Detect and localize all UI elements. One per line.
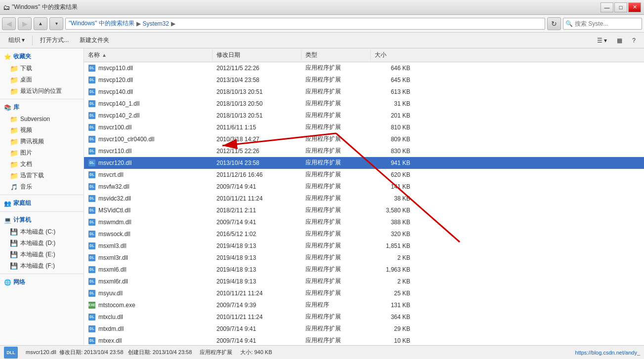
file-name-cell: DL msvidc32.dll [84,193,213,203]
refresh-button[interactable]: ↻ [547,17,561,30]
table-row[interactable]: DL msvcp110.dll 2012/11/5 22:26 应用程序扩展 6… [84,62,644,74]
folder-icon: 📁 [10,172,18,180]
file-modified: 2010/11/21 11:24 [216,195,262,202]
table-row[interactable]: DL msvcrt.dll 2011/12/16 16:46 应用程序扩展 62… [84,169,644,181]
file-type-cell: 应用程序扩展 [301,169,371,180]
table-row[interactable]: DL mtxex.dll 2009/7/14 9:41 应用程序扩展 10 KB [84,335,644,345]
sidebar-item-drive-f[interactable]: 💾 本地磁盘 (F:) [0,260,84,272]
new-folder-button[interactable]: 新建文件夹 [75,34,114,47]
table-row[interactable]: DL mtxclu.dll 2010/11/21 11:24 应用程序扩展 36… [84,311,644,323]
sidebar-item-desktop[interactable]: 📁 桌面 [0,74,84,85]
table-row[interactable]: DL mswmdm.dll 2009/7/14 9:41 应用程序扩展 388 … [84,216,644,228]
table-row[interactable]: DL msvcp120.dll 2013/10/4 23:58 应用程序扩展 6… [84,74,644,86]
help-button[interactable]: ? [628,34,640,47]
minimize-button[interactable]: — [601,2,613,12]
col-type[interactable]: 类型 [301,50,371,60]
breadcrumb-item-system32[interactable]: System32 [143,20,169,27]
sidebar-item-label: 视频 [20,126,32,134]
sidebar-section-library[interactable]: 📚 库 [0,101,84,114]
file-type: 应用程序扩展 [305,324,341,333]
table-row[interactable]: DL msvcp140.dll 2018/10/13 20:51 应用程序扩展 … [84,86,644,98]
file-type: 应用程序扩展 [305,277,341,285]
col-size[interactable]: 大小 [371,50,420,60]
table-row[interactable]: DL msxml6r.dll 2019/4/18 9:13 应用程序扩展 2 K… [84,276,644,287]
file-size: 201 KB [391,112,410,119]
table-row[interactable]: EXE mtstocom.exe 2009/7/14 9:39 应用程序 131… [84,299,644,311]
breadcrumb-item-windows[interactable]: "Windows" 中的搜索结果 [69,19,134,28]
sidebar-item-music[interactable]: 🎵 音乐 [0,181,84,193]
sidebar-item-label: 音乐 [20,183,32,191]
dll-icon: DL [88,76,96,84]
sidebar-item-download[interactable]: 📁 下载 [0,63,84,74]
back-button[interactable]: ◀ [2,17,16,30]
file-name-cell: DL mtxclu.dll [84,312,213,322]
file-name: mtstocom.exe [98,302,135,309]
file-name-cell: DL msxml3r.dll [84,252,213,263]
sidebar-item-tencent-video[interactable]: 📁 腾讯视频 [0,136,84,147]
title-bar-buttons[interactable]: — □ ✕ [601,2,641,12]
column-header: 名称 ▲ 修改日期 类型 大小 [84,48,644,62]
forward-button[interactable]: ▶ [18,17,32,30]
sidebar-item-drive-c[interactable]: 💾 本地磁盘 (C:) [0,226,84,238]
breadcrumb[interactable]: "Windows" 中的搜索结果 ▶ System32 ▶ [65,18,545,30]
sidebar-item-xunlei[interactable]: 📁 迅雷下载 [0,170,84,181]
file-size: 1,963 KB [386,266,410,273]
file-modified: 2018/10/13 20:51 [216,112,262,119]
table-row[interactable]: DL mtxdm.dll 2009/7/14 9:41 应用程序扩展 29 KB [84,323,644,335]
file-size-cell: 38 KB [371,193,420,203]
maximize-button[interactable]: □ [614,2,627,12]
table-row[interactable]: DL msvfw32.dll 2009/7/14 9:41 应用程序扩展 141… [84,181,644,193]
table-row[interactable]: DL msvidc32.dll 2010/11/21 11:24 应用程序扩展 … [84,193,644,204]
table-row[interactable]: DL MSVidCtl.dll 2018/2/11 2:11 应用程序扩展 3,… [84,204,644,216]
table-row[interactable]: DL msvcp140_2.dll 2018/10/13 20:51 应用程序扩… [84,110,644,121]
sidebar-item-video[interactable]: 📁 视频 [0,124,84,136]
table-row[interactable]: DL msvcp140_1.dll 2018/10/13 20:50 应用程序扩… [84,98,644,110]
search-box[interactable]: 🔍 [563,18,642,30]
table-row[interactable]: DL msvcr100_clr0400.dll 2010/3/18 14:27 … [84,133,644,145]
col-modified[interactable]: 修改日期 [213,50,301,60]
sidebar-item-recent[interactable]: 📁 最近访问的位置 [0,85,84,97]
file-size: 141 KB [391,183,410,190]
table-row[interactable]: DL mswsock.dll 2016/5/12 1:02 应用程序扩展 320… [84,228,644,240]
file-type: 应用程序扩展 [305,147,341,155]
file-type-cell: 应用程序扩展 [301,158,371,168]
up-button[interactable]: ▲ [34,17,47,30]
search-input[interactable] [575,20,644,27]
table-row[interactable]: DL msyuv.dll 2010/11/21 11:24 应用程序扩展 25 … [84,287,644,299]
view-button[interactable]: ☰ ▾ [593,34,611,47]
sidebar-item-drive-d[interactable]: 💾 本地磁盘 (D:) [0,238,84,249]
sidebar-section-favorites[interactable]: ⭐ 收藏夹 [0,50,84,63]
sidebar-item-pictures[interactable]: 📁 图片 [0,147,84,159]
view-buttons[interactable]: ☰ ▾ ▦ ? [593,34,640,47]
sidebar-section-network[interactable]: 🌐 网络 [0,276,84,288]
file-name: msvcr120.dll [98,160,131,166]
col-name[interactable]: 名称 ▲ [84,50,213,60]
sidebar-section-computer[interactable]: 💻 计算机 [0,214,84,226]
preview-pane-button[interactable]: ▦ [612,34,627,47]
file-modified: 2010/3/18 14:27 [216,136,259,143]
file-type: 应用程序扩展 [305,265,341,274]
sidebar-item-drive-e[interactable]: 💾 本地磁盘 (E:) [0,249,84,260]
close-button[interactable]: ✕ [628,2,641,12]
folder-icon: 📁 [10,87,18,95]
network-icon: 🌐 [4,279,11,286]
table-row[interactable]: DL msxml6.dll 2019/4/18 9:13 应用程序扩展 1,96… [84,264,644,276]
file-type: 应用程序扩展 [305,253,341,262]
sidebar-item-label: 迅雷下载 [20,171,44,180]
file-name-cell: DL msvfw32.dll [84,181,213,192]
file-name: msxml6r.dll [98,278,128,285]
table-row[interactable]: DL msvcr120.dll 2013/10/4 23:58 应用程序扩展 9… [84,157,644,169]
table-row[interactable]: DL msxml3r.dll 2019/4/18 9:13 应用程序扩展 2 K… [84,252,644,264]
table-row[interactable]: DL msvcr110.dll 2012/11/5 22:26 应用程序扩展 8… [84,145,644,157]
table-row[interactable]: DL msvcr100.dll 2011/6/11 1:15 应用程序扩展 81… [84,121,644,133]
table-row[interactable]: DL msxml3.dll 2019/4/18 9:13 应用程序扩展 1,85… [84,240,644,252]
sidebar-item-documents[interactable]: 📁 文档 [0,159,84,170]
sidebar-section-homegroup[interactable]: 👥 家庭组 [0,197,84,209]
organize-button[interactable]: 组织 ▾ [4,34,29,47]
sort-arrow-icon: ▲ [102,52,107,58]
sidebar-item-subversion[interactable]: 📁 Subversion [0,114,84,124]
file-modified-cell: 2019/4/18 9:13 [213,276,301,286]
recent-locations-button[interactable]: ▾ [49,17,63,30]
open-button[interactable]: 打开方式... [36,34,73,47]
file-size-cell: 2 KB [371,252,420,263]
